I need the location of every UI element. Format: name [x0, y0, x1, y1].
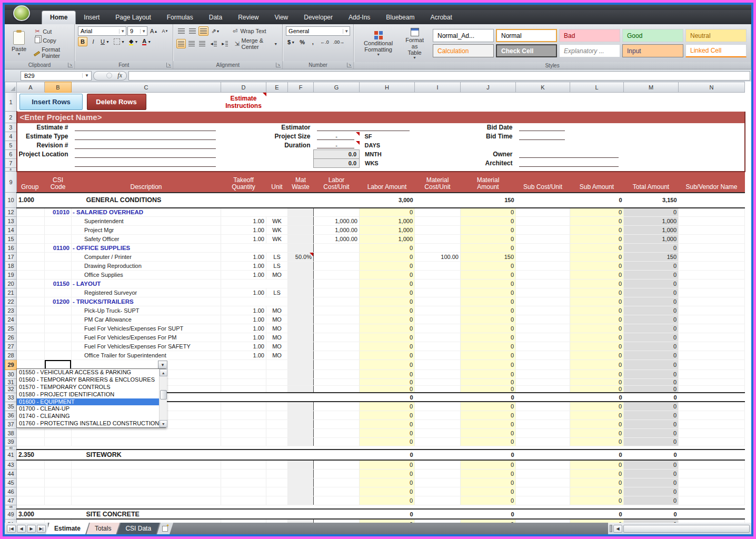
- cell-B21[interactable]: [45, 288, 72, 297]
- cell-L29[interactable]: 0: [570, 360, 624, 370]
- cell-D5[interactable]: Duration: [221, 141, 314, 150]
- cell-K26[interactable]: [516, 333, 570, 342]
- cell-M14[interactable]: 1,000: [624, 226, 679, 235]
- cell-K13[interactable]: [516, 217, 570, 226]
- cell-H33[interactable]: 0: [360, 393, 415, 402]
- cell-E39[interactable]: [266, 437, 288, 446]
- cell-L45[interactable]: 0: [570, 478, 624, 487]
- cell-F27[interactable]: [288, 342, 314, 351]
- row-header-33[interactable]: 33: [5, 393, 17, 402]
- cell-A47[interactable]: [17, 496, 45, 505]
- cell-E13[interactable]: WK: [266, 217, 288, 226]
- next-sheet-icon[interactable]: ▶: [27, 525, 36, 533]
- cell-C5[interactable]: [72, 141, 221, 150]
- row-header-29[interactable]: 29: [5, 360, 17, 370]
- cell-G30[interactable]: [314, 370, 360, 379]
- row-header-35[interactable]: 35: [5, 402, 17, 411]
- cell-C12[interactable]: - SALARIED OVERHEAD: [72, 208, 221, 217]
- cell-A20[interactable]: [17, 280, 45, 288]
- cell-G18[interactable]: [314, 262, 360, 271]
- cell-E51[interactable]: [266, 519, 288, 523]
- cell-J21[interactable]: 0: [461, 288, 516, 297]
- cell-A9[interactable]: Group: [17, 172, 45, 193]
- cell-D17[interactable]: 1.00: [221, 253, 266, 262]
- cell-C6[interactable]: [72, 150, 221, 159]
- row-header-37[interactable]: 37: [5, 420, 17, 428]
- cell-G5[interactable]: -: [314, 141, 360, 150]
- row-header-18[interactable]: 18: [5, 262, 17, 271]
- cell-I7[interactable]: Architect: [415, 159, 516, 168]
- cell-E35[interactable]: [266, 402, 288, 411]
- cell-H16[interactable]: 0: [360, 244, 415, 253]
- cell-K17[interactable]: [516, 253, 570, 262]
- cell-B25[interactable]: [45, 324, 72, 333]
- cell-J15[interactable]: 0: [461, 235, 516, 244]
- cell-M38[interactable]: 0: [624, 428, 679, 437]
- cell-H36[interactable]: 0: [360, 411, 415, 420]
- cell-I26[interactable]: [415, 333, 461, 342]
- cell-H9[interactable]: Labor Amount: [360, 172, 415, 193]
- dropdown-item-01700[interactable]: 01700 - CLEAN-UP: [17, 405, 159, 413]
- cell-I16[interactable]: [415, 244, 461, 253]
- cell-B19[interactable]: [45, 271, 72, 280]
- cell-F47[interactable]: [288, 496, 314, 505]
- cell-M24[interactable]: 0: [624, 315, 679, 324]
- cell-C46[interactable]: [72, 487, 221, 496]
- cell-I14[interactable]: [415, 226, 461, 235]
- cell-G12[interactable]: [314, 208, 360, 217]
- cell-E38[interactable]: [266, 428, 288, 437]
- shrink-font-button[interactable]: A▼: [160, 26, 170, 36]
- cell-N39[interactable]: [679, 437, 745, 446]
- cell-E9[interactable]: Unit: [266, 172, 288, 193]
- cell-C9[interactable]: Description: [72, 172, 221, 193]
- cell-M45[interactable]: 0: [624, 478, 679, 487]
- cell-K32[interactable]: [516, 386, 570, 393]
- row-header-7[interactable]: 7: [5, 159, 17, 168]
- cell-J18[interactable]: 0: [461, 262, 516, 271]
- cell-D39[interactable]: [221, 437, 266, 446]
- column-header-F[interactable]: F: [288, 82, 314, 93]
- cell-C24[interactable]: PM Car Allowance: [72, 315, 221, 324]
- cell-B24[interactable]: [45, 315, 72, 324]
- cell-B16[interactable]: 01100: [45, 244, 72, 253]
- cell-D24[interactable]: 1.00: [221, 315, 266, 324]
- row-header-21[interactable]: 21: [5, 288, 17, 297]
- cell-G26[interactable]: [314, 333, 360, 342]
- cell-J38[interactable]: 0: [461, 428, 516, 437]
- cell-J33[interactable]: 0: [461, 393, 516, 402]
- row-header-38[interactable]: 38: [5, 428, 17, 437]
- cell-N9[interactable]: Sub/Vendor Name: [679, 172, 745, 193]
- cell-J36[interactable]: 0: [461, 411, 516, 420]
- cell-B20[interactable]: 01150: [45, 280, 72, 288]
- cell-K36[interactable]: [516, 411, 570, 420]
- insert-function-button[interactable]: fx: [93, 71, 127, 81]
- cell-E44[interactable]: [266, 469, 288, 478]
- cell-D18[interactable]: 1.00: [221, 262, 266, 271]
- row-header-19[interactable]: 19: [5, 271, 17, 280]
- cell-H6[interactable]: MNTH: [360, 150, 415, 159]
- cell-I10[interactable]: [415, 193, 461, 208]
- cell-K19[interactable]: [516, 271, 570, 280]
- cell-B15[interactable]: [45, 235, 72, 244]
- row-header-20[interactable]: 20: [5, 280, 17, 288]
- cell-N46[interactable]: [679, 487, 745, 496]
- cell-A40[interactable]: [17, 446, 745, 450]
- cell-N30[interactable]: [679, 370, 745, 379]
- cell-A6[interactable]: Project Location: [17, 150, 72, 159]
- cell-D6[interactable]: [221, 150, 314, 159]
- cell-H46[interactable]: 0: [360, 487, 415, 496]
- cell-J32[interactable]: 0: [461, 386, 516, 393]
- cell-B13[interactable]: [45, 217, 72, 226]
- cell-H12[interactable]: 0: [360, 208, 415, 217]
- cell-M12[interactable]: 0: [624, 208, 679, 217]
- cell-N17[interactable]: [679, 253, 745, 262]
- cell-A46[interactable]: [17, 487, 45, 496]
- cell-D45[interactable]: [221, 478, 266, 487]
- cell-J31[interactable]: 0: [461, 379, 516, 386]
- cell-F12[interactable]: [288, 208, 314, 217]
- cell-N24[interactable]: [679, 315, 745, 324]
- cell-F15[interactable]: [288, 235, 314, 244]
- cell-D25[interactable]: 1.00: [221, 324, 266, 333]
- row-header-44[interactable]: 44: [5, 469, 17, 478]
- cell-I47[interactable]: [415, 496, 461, 505]
